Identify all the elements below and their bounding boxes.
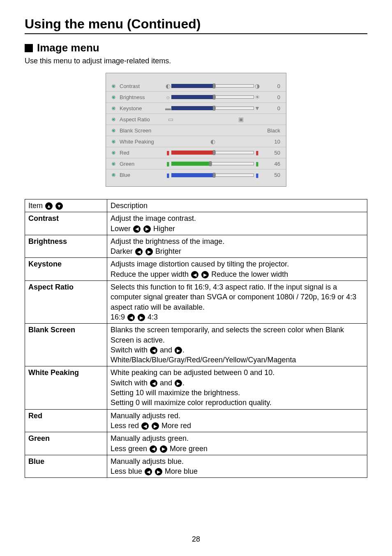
- radio-icon: [112, 162, 115, 166]
- menu-value: 0: [261, 105, 280, 111]
- table-row: GreenManually adjusts green.Less green ◀…: [25, 432, 367, 455]
- header-desc: Description: [107, 199, 367, 212]
- slider: [171, 106, 254, 110]
- menu-row-white-peaking: White Peaking ◐ 10: [106, 136, 286, 147]
- left-arrow-icon: ◀: [191, 271, 198, 278]
- spec-table: Item ▲ ▼ Description ContrastAdjust the …: [25, 199, 367, 478]
- left-arrow-icon: ◀: [150, 445, 157, 453]
- table-item-cell: Red: [25, 409, 107, 432]
- half-circle-icon: ◐: [210, 138, 216, 145]
- menu-row-aspect: Aspect Ratio ▭ ▣: [106, 114, 286, 125]
- slider: [171, 84, 254, 88]
- table-item-cell: White Peaking: [25, 366, 107, 409]
- left-arrow-icon: ◀: [150, 347, 157, 354]
- right-arrow-icon: ▶: [160, 445, 167, 453]
- menu-value: 46: [261, 161, 280, 167]
- menu-screenshot: Contrast ◐ ◑ 0 Brightness ☼ ☀ 0 Keystone…: [106, 73, 286, 187]
- table-desc-cell: Adjust the image contrast.Lower ◀ ▶ High…: [107, 212, 367, 235]
- title-underline: [25, 33, 367, 34]
- menu-value: 0: [261, 94, 280, 100]
- table-item-cell: Blank Screen: [25, 324, 107, 366]
- table-desc-cell: Blanks the screen temporarily, and selec…: [107, 324, 367, 366]
- radio-icon: [112, 173, 115, 177]
- contrast-high-icon: ◑: [254, 83, 261, 89]
- header-item: Item ▲ ▼: [25, 199, 107, 212]
- menu-label: Aspect Ratio: [120, 116, 165, 123]
- table-row: Blank ScreenBlanks the screen temporaril…: [25, 324, 367, 366]
- slider: [171, 151, 254, 155]
- blue-low-icon: ▮: [165, 172, 171, 178]
- red-high-icon: ▮: [254, 149, 261, 156]
- table-item-cell: Brightness: [25, 235, 107, 258]
- table-row: ContrastAdjust the image contrast.Lower …: [25, 212, 367, 235]
- radio-icon: [112, 118, 115, 121]
- right-arrow-icon: ▶: [201, 271, 209, 278]
- left-arrow-icon: ◀: [141, 422, 149, 430]
- left-arrow-icon: ◀: [135, 248, 143, 255]
- right-arrow-icon: ▶: [155, 468, 162, 475]
- table-desc-cell: Manually adjusts blue.Less blue ◀ ▶ More…: [107, 455, 367, 478]
- right-arrow-icon: ▶: [145, 248, 153, 255]
- square-check-icon: ▣: [238, 116, 244, 123]
- menu-row-keystone: Keystone ▬ ▼ 0: [106, 103, 286, 114]
- table-desc-cell: White peaking can be adjusted between 0 …: [107, 366, 367, 409]
- menu-row-brightness: Brightness ☼ ☀ 0: [106, 92, 286, 103]
- section-header: Image menu: [25, 42, 367, 54]
- down-arrow-icon: ▼: [55, 202, 63, 210]
- menu-value: 50: [261, 172, 280, 178]
- section-title: Image menu: [37, 42, 99, 54]
- table-row: BlueManually adjusts blue.Less blue ◀ ▶ …: [25, 455, 367, 478]
- radio-icon: [112, 95, 115, 99]
- trapezoid-wide-icon: ▼: [254, 105, 261, 111]
- square-bullet-icon: [25, 44, 33, 52]
- radio-icon: [112, 151, 115, 155]
- menu-label: White Peaking: [120, 139, 165, 145]
- menu-label: Brightness: [120, 94, 165, 100]
- table-item-cell: Green: [25, 432, 107, 455]
- menu-row-contrast: Contrast ◐ ◑ 0: [106, 81, 286, 92]
- menu-label: Blank Screen: [120, 127, 165, 134]
- menu-value: 0: [261, 83, 280, 89]
- slider: [171, 162, 254, 166]
- table-row: RedManually adjusts red.Less red ◀ ▶ Mor…: [25, 409, 367, 432]
- menu-label: Blue: [120, 172, 165, 178]
- table-desc-cell: Manually adjusts green.Less green ◀ ▶ Mo…: [107, 432, 367, 455]
- green-high-icon: ▮: [254, 160, 261, 167]
- table-desc-cell: Selects this function to fit 16:9, 4:3 a…: [107, 281, 367, 324]
- menu-value: 50: [261, 150, 280, 156]
- menu-value: 10: [261, 139, 280, 145]
- slider: [171, 95, 254, 99]
- left-arrow-icon: ◀: [150, 380, 157, 387]
- radio-icon: [112, 129, 115, 132]
- radio-icon: [112, 140, 115, 144]
- radio-icon: [112, 84, 115, 88]
- left-arrow-icon: ◀: [133, 225, 141, 233]
- up-arrow-icon: ▲: [45, 202, 53, 210]
- wide-rect-icon: ▭: [167, 116, 174, 123]
- menu-label: Green: [120, 161, 165, 167]
- table-row: KeystoneAdjusts image distortion caused …: [25, 258, 367, 281]
- table-header-row: Item ▲ ▼ Description: [25, 199, 367, 212]
- right-arrow-icon: ▶: [175, 347, 182, 354]
- sun-dim-icon: ☼: [165, 94, 171, 100]
- menu-value: Black: [261, 127, 280, 134]
- table-row: Aspect RatioSelects this function to fit…: [25, 281, 367, 324]
- table-item-cell: Keystone: [25, 258, 107, 281]
- right-arrow-icon: ▶: [138, 314, 145, 321]
- menu-label: Contrast: [120, 83, 165, 89]
- menu-label: Keystone: [120, 105, 165, 111]
- page-number: 28: [0, 535, 392, 544]
- right-arrow-icon: ▶: [152, 422, 159, 430]
- left-arrow-icon: ◀: [127, 314, 135, 321]
- table-row: BrightnessAdjust the brightness of the i…: [25, 235, 367, 258]
- left-arrow-icon: ◀: [145, 468, 152, 475]
- page-title: Using the menu (Continued): [25, 16, 367, 32]
- green-low-icon: ▮: [165, 160, 171, 167]
- menu-row-blank: Blank Screen Black: [106, 125, 286, 136]
- table-desc-cell: Adjust the brightness of the image.Darke…: [107, 235, 367, 258]
- menu-row-red: Red ▮ ▮ 50: [106, 147, 286, 158]
- menu-label: Red: [120, 150, 165, 156]
- contrast-low-icon: ◐: [165, 83, 171, 89]
- right-arrow-icon: ▶: [175, 380, 182, 387]
- table-item-cell: Blue: [25, 455, 107, 478]
